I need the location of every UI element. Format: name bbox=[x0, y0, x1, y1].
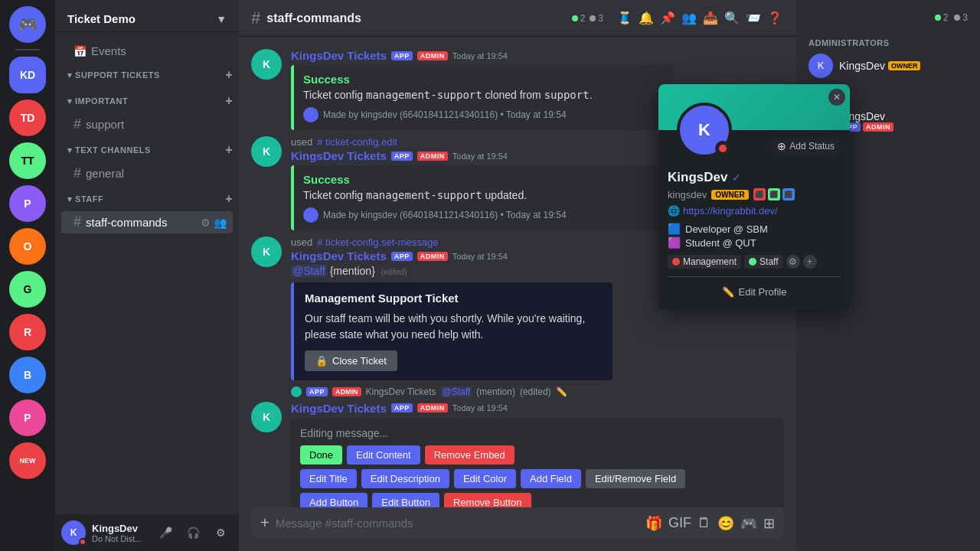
profile-bio-line1: 🟦 Developer @ SBM bbox=[668, 223, 841, 235]
profile-status-circle bbox=[715, 141, 730, 156]
gift-icon[interactable]: 🎁 bbox=[645, 515, 662, 532]
ref-edit-icon: ✏️ bbox=[556, 386, 567, 397]
ref-badge-admin: ADMIN bbox=[332, 387, 361, 396]
server-icon-td[interactable]: TD bbox=[9, 99, 46, 136]
remove-embed-button[interactable]: Remove Embed bbox=[425, 445, 514, 465]
members-icon[interactable]: 👥 bbox=[680, 9, 698, 28]
pin-icon[interactable]: 📌 bbox=[658, 9, 677, 28]
server-icon-pk[interactable]: P bbox=[9, 399, 46, 436]
server-icon-o1[interactable]: O bbox=[9, 228, 46, 265]
apps-icon[interactable]: ⊞ bbox=[763, 515, 775, 532]
channel-sidebar: Ticket Demo ▼ 📅 Events ▾ SUPPORT TICKETS… bbox=[55, 0, 239, 551]
msg3-time: Today at 19:54 bbox=[452, 252, 508, 261]
profile-avatar-wrap: K bbox=[677, 103, 732, 158]
section-header-text-channels[interactable]: ▾ TEXT CHANNELS + bbox=[55, 139, 239, 161]
add-attachment-icon[interactable]: + bbox=[260, 514, 270, 532]
ref-avatar bbox=[291, 386, 302, 397]
profile-close-button[interactable]: ✕ bbox=[828, 89, 845, 106]
msg1-header: KingsDev Tickets APP ADMIN Today at 19:5… bbox=[291, 49, 784, 62]
msg4-author: KingsDev Tickets bbox=[291, 402, 387, 415]
role-management-label: Management bbox=[683, 256, 737, 267]
close-ticket-button[interactable]: 🔒 Close Ticket bbox=[305, 350, 397, 371]
channel-settings-icon[interactable]: ⚙ bbox=[201, 217, 211, 229]
server-icon-new[interactable]: NEW bbox=[9, 442, 46, 479]
sidebar-item-support[interactable]: # support bbox=[61, 113, 233, 135]
edit-profile-button[interactable]: ✏️ Edit Profile bbox=[668, 283, 841, 301]
sidebar-item-staff-commands[interactable]: # staff-commands ⚙ 👥 bbox=[61, 211, 233, 233]
editing-section: Editing message... Done Edit Content Rem… bbox=[291, 418, 784, 507]
channel-invite-icon[interactable]: 👥 bbox=[214, 217, 227, 229]
search-icon[interactable]: 🔍 bbox=[723, 9, 741, 28]
thread-icon[interactable]: 🧵 bbox=[616, 9, 634, 28]
inbox-icon[interactable]: 📥 bbox=[701, 9, 720, 28]
member-tickets-name-row: KingsDev bbox=[839, 110, 968, 122]
gif-icon[interactable]: GIF bbox=[668, 515, 691, 532]
section-header-support-tickets[interactable]: ▾ SUPPORT TICKETS + bbox=[55, 64, 239, 86]
done-button[interactable]: Done bbox=[300, 445, 342, 465]
role-management-dot bbox=[672, 258, 680, 266]
member-item-kingsdev[interactable]: K KingsDev OWNER bbox=[802, 51, 974, 81]
server-icon-kd[interactable]: KD bbox=[9, 57, 46, 93]
edit-content-button[interactable]: Edit Content bbox=[347, 445, 420, 465]
section-label-support-tickets: ▾ SUPPORT TICKETS bbox=[67, 70, 160, 80]
online-gray-count: 3 bbox=[590, 13, 603, 24]
add-field-button[interactable]: Add Field bbox=[521, 469, 581, 488]
msg2-badge-app: APP bbox=[391, 152, 413, 161]
server-menu-icon[interactable]: ▼ bbox=[216, 13, 227, 25]
section-header-important[interactable]: ▾ IMPORTANT + bbox=[55, 90, 239, 112]
edit-color-button[interactable]: Edit Color bbox=[454, 469, 516, 488]
sidebar-item-general[interactable]: # general bbox=[61, 162, 233, 184]
header-icons: 🧵 🔔 📌 👥 📥 🔍 📨 ❓ bbox=[616, 9, 784, 28]
profile-roles: Management Staff ⚙ + bbox=[668, 255, 841, 269]
member-kingsdev-owner-badge: OWNER bbox=[888, 61, 921, 70]
role-add-icon[interactable]: + bbox=[803, 255, 817, 269]
sidebar-item-events[interactable]: 📅 Events bbox=[61, 41, 233, 60]
msg1-badge-admin: ADMIN bbox=[417, 51, 448, 60]
msg3-badge-app: APP bbox=[391, 252, 413, 261]
mic-button[interactable]: 🎤 bbox=[153, 520, 178, 545]
member-section-admins: ADMINISTRATORS bbox=[802, 26, 974, 51]
activity-icon[interactable]: 🎮 bbox=[740, 515, 757, 532]
profile-body: KingsDev ✓ kingsdev OWNER ⬛ ⬛ ⬛ 🌐 https:… bbox=[658, 158, 850, 310]
profile-popup: ✕ K ⊕ Add Status KingsDev ✓ kingsdev OWN… bbox=[658, 84, 850, 310]
msg4-avatar: K bbox=[251, 402, 282, 432]
add-button-button[interactable]: Add Button bbox=[300, 493, 368, 507]
help-icon[interactable]: ❓ bbox=[766, 9, 784, 28]
server-icon-g1[interactable]: G bbox=[9, 271, 46, 308]
section-add-support-tickets[interactable]: + bbox=[225, 68, 233, 82]
edit-title-button[interactable]: Edit Title bbox=[300, 469, 357, 488]
edit-description-button[interactable]: Edit Description bbox=[361, 469, 449, 488]
edit-button-button[interactable]: Edit Button bbox=[372, 493, 439, 507]
server-icon-tt[interactable]: TT bbox=[9, 142, 46, 179]
server-icon-r1[interactable]: R bbox=[9, 314, 46, 350]
server-icon-p1[interactable]: P bbox=[9, 185, 46, 222]
section-label-important: ▾ IMPORTANT bbox=[67, 96, 128, 106]
headphone-button[interactable]: 🎧 bbox=[181, 520, 205, 545]
add-status-button[interactable]: ⊕ Add Status bbox=[771, 138, 841, 155]
role-settings-icon[interactable]: ⚙ bbox=[786, 255, 800, 269]
msg2-embed-title: Success bbox=[303, 173, 665, 186]
section-add-important[interactable]: + bbox=[225, 94, 233, 108]
chat-input[interactable] bbox=[276, 507, 639, 539]
role-management: Management bbox=[668, 255, 741, 269]
section-add-text-channels[interactable]: + bbox=[225, 143, 233, 157]
remove-button-button[interactable]: Remove Button bbox=[444, 493, 531, 507]
settings-button[interactable]: ⚙ bbox=[208, 520, 233, 545]
server-name: Ticket Demo bbox=[67, 12, 136, 25]
user-status-indicator bbox=[79, 538, 87, 546]
server-icon-discord[interactable]: 🎮 bbox=[9, 6, 46, 43]
msg2-command: # ticket-config.edit bbox=[317, 136, 397, 148]
msg2-embed-desc: Ticket config management-support updated… bbox=[303, 189, 665, 201]
channel-name-support: support bbox=[86, 118, 124, 131]
section-add-staff[interactable]: + bbox=[225, 192, 233, 206]
emoji-icon[interactable]: 😊 bbox=[717, 515, 734, 532]
msg3-used-label: used bbox=[291, 236, 312, 248]
inbox2-icon[interactable]: 📨 bbox=[744, 9, 763, 28]
bell-icon[interactable]: 🔔 bbox=[637, 9, 655, 28]
edit-remove-field-button[interactable]: Edit/Remove Field bbox=[586, 469, 685, 488]
profile-link[interactable]: 🌐 https://kingrabbit.dev/ bbox=[668, 205, 841, 217]
server-icon-b2[interactable]: B bbox=[9, 357, 46, 393]
sticker-icon[interactable]: 🗒 bbox=[697, 515, 711, 532]
section-header-staff[interactable]: ▾ STAFF + bbox=[55, 187, 239, 210]
sidebar-user-info: KingsDev Do Not Dist... bbox=[92, 523, 147, 543]
